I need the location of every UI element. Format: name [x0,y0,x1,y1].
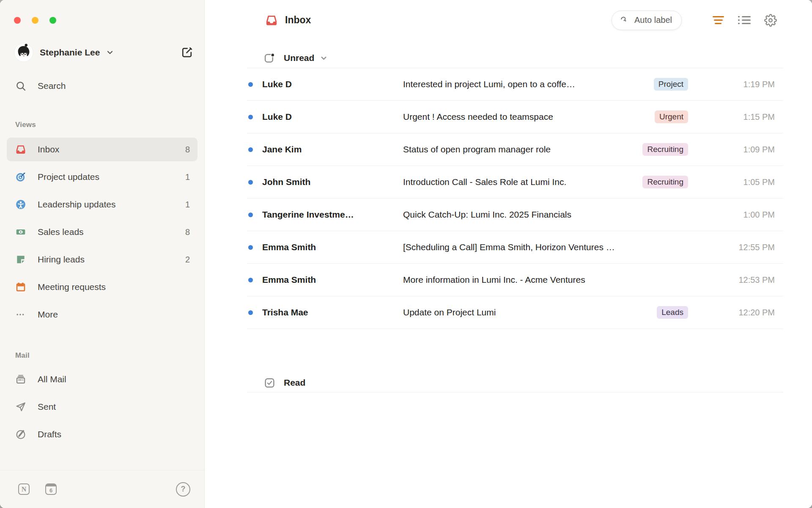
page-title: Inbox [285,14,311,26]
views-nav: Inbox 8 Project updates 1 [0,138,204,330]
sidebar-item-meeting-requests[interactable]: Meeting requests [7,275,198,299]
email-time: 1:05 PM [688,177,783,187]
email-sender: Emma Smith [262,275,403,285]
email-row[interactable]: Emma Smith More information in Lumi Inc.… [247,264,783,296]
window-controls [0,0,204,24]
views-section-label: Views [15,121,204,129]
email-list: Unread Luke D Interested in project Lumi… [205,29,812,508]
sidebar-item-label: Inbox [38,144,59,155]
email-row[interactable]: Luke D Interested in project Lumi, open … [247,68,783,101]
divider [247,392,783,392]
unread-count: 1 [185,172,190,182]
email-row[interactable]: Tangerine Investme… Quick Catch-Up: Lumi… [247,199,783,231]
account-name: Stephanie Lee [40,47,100,58]
sidebar-item-label: Sales leads [38,227,84,237]
email-time: 1:15 PM [688,112,783,122]
email-subject: Update on Project Lumi [403,307,657,318]
dot-cell [247,213,262,217]
auto-label-label: Auto label [634,15,672,25]
sidebar-item-more[interactable]: More [7,303,198,326]
sidebar: Stephanie Lee Search Views Inbox [0,0,205,508]
sticky-note-icon [15,254,26,265]
label-pill[interactable]: Urgent [655,110,688,123]
email-subject: Introduction Call - Sales Role at Lumi I… [403,177,642,187]
dot-cell [247,115,262,119]
email-sender: Tangerine Investme… [262,210,403,220]
email-time: 12:53 PM [688,275,783,285]
chevron-down-icon [106,48,114,57]
email-time: 1:09 PM [688,145,783,155]
account-switcher[interactable]: Stephanie Lee [0,43,204,62]
email-subject: Interested in project Lumi, open to a co… [403,79,654,89]
minimize-window-button[interactable] [32,17,38,24]
main-panel: Inbox Auto label [205,0,812,508]
unread-group-header[interactable]: Unread [247,52,783,64]
search-label: Search [38,81,66,91]
sidebar-item-drafts[interactable]: Drafts [7,422,198,446]
notion-app-icon[interactable]: N [18,483,30,495]
unread-dot [248,147,253,152]
app-window: Stephanie Lee Search Views Inbox [0,0,812,508]
read-group-title: Read [284,378,305,388]
unread-dot [248,245,253,250]
email-row[interactable]: Luke D Urgent ! Access needed to teamspa… [247,101,783,133]
sidebar-item-sales-leads[interactable]: Sales leads 8 [7,220,198,244]
filter-button[interactable] [710,13,726,28]
unread-count: 8 [185,227,190,237]
dot-cell [247,245,262,250]
draft-pencil-icon [15,429,26,440]
calendar-app-icon[interactable]: 6 [45,483,57,495]
email-row[interactable]: Trisha Mae Update on Project Lumi Leads … [247,296,783,329]
label-pill[interactable]: Recruiting [642,143,688,156]
auto-label-icon [620,15,630,25]
email-time: 1:00 PM [688,210,783,220]
zoom-window-button[interactable] [49,17,56,24]
sidebar-item-leadership-updates[interactable]: Leadership updates 1 [7,193,198,216]
list-view-button[interactable] [737,13,752,28]
email-row[interactable]: John Smith Introduction Call - Sales Rol… [247,166,783,199]
list-icon [738,16,751,25]
label-pill[interactable]: Recruiting [642,176,688,188]
label-pill[interactable]: Leads [657,306,688,319]
sidebar-item-label: Hiring leads [38,254,85,265]
sidebar-item-label: Meeting requests [38,282,106,292]
email-sender: John Smith [262,177,403,187]
person-icon [15,199,26,210]
sidebar-item-project-updates[interactable]: Project updates 1 [7,165,198,189]
chevron-down-icon [320,54,328,62]
email-subject: [Scheduling a Call] Emma Smith, Horizon … [403,242,688,252]
read-group-header[interactable]: Read [247,376,783,389]
sidebar-item-hiring-leads[interactable]: Hiring leads 2 [7,248,198,271]
dot-cell [247,180,262,185]
sidebar-item-inbox[interactable]: Inbox 8 [7,138,198,161]
email-row[interactable]: Jane Kim Status of open program manager … [247,133,783,166]
email-subject: More information in Lumi Inc. - Acme Ven… [403,275,688,285]
label-pill[interactable]: Project [654,78,688,91]
more-dots-icon [15,309,26,320]
sidebar-item-all-mail[interactable]: All Mail [7,367,198,391]
banknote-icon [15,226,26,237]
inbox-icon [15,144,26,155]
help-icon[interactable]: ? [176,482,190,497]
mail-section-label: Mail [15,351,204,360]
dot-cell [247,310,262,315]
read-checkbox-icon [264,377,275,389]
inbox-icon [265,14,278,27]
search-button[interactable]: Search [0,80,204,92]
all-mail-icon [15,374,26,385]
calendar-icon [15,282,26,293]
sidebar-item-label: All Mail [38,374,66,384]
main-header: Inbox Auto label [205,0,812,29]
email-row[interactable]: Emma Smith [Scheduling a Call] Emma Smit… [247,231,783,264]
email-subject: Quick Catch-Up: Lumi Inc. 2025 Financial… [403,210,688,220]
sidebar-item-sent[interactable]: Sent [7,395,198,419]
unread-count: 2 [185,255,190,265]
settings-button[interactable] [763,13,778,28]
close-window-button[interactable] [14,17,21,24]
email-subject: Status of open program manager role [403,144,642,155]
dot-cell [247,147,262,152]
email-time: 1:19 PM [688,80,783,89]
compose-icon[interactable] [181,46,193,59]
auto-label-button[interactable]: Auto label [612,11,682,30]
gear-icon [764,14,777,27]
